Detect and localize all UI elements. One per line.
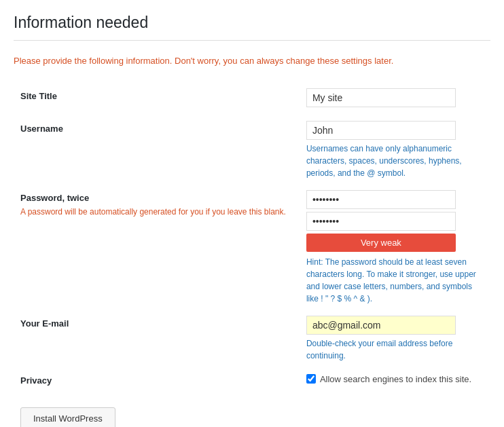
password-confirm-input[interactable]	[306, 212, 456, 231]
password-sub-label: A password will be automatically generat…	[20, 206, 286, 218]
email-label: Your E-mail	[14, 310, 293, 367]
intro-text: Please provide the following information…	[14, 54, 490, 68]
privacy-row: Privacy Allow search engines to index th…	[14, 367, 490, 391]
username-row: Username Usernames can have only alphanu…	[14, 115, 490, 185]
info-form: Site Title Username Usernames can have o…	[14, 83, 490, 391]
privacy-checkbox-label[interactable]: Allow search engines to index this site.	[306, 374, 484, 384]
username-input[interactable]	[306, 121, 456, 140]
password-hint: Hint: The password should be at least se…	[306, 256, 484, 305]
password-strength-indicator: Very weak	[306, 234, 456, 252]
privacy-checkbox-text: Allow search engines to index this site.	[320, 374, 471, 384]
privacy-label: Privacy	[14, 367, 293, 391]
site-title-row: Site Title	[14, 83, 490, 115]
email-row: Your E-mail Double-check your email addr…	[14, 310, 490, 367]
username-label: Username	[14, 115, 293, 185]
email-helper: Double-check your email address before c…	[306, 337, 484, 362]
site-title-label: Site Title	[14, 83, 293, 115]
email-input[interactable]	[306, 316, 456, 335]
username-helper: Usernames can have only alphanumeric cha…	[306, 143, 484, 179]
password-row: Password, twice A password will be autom…	[14, 185, 490, 310]
password-label: Password, twice	[20, 193, 89, 203]
title-divider	[14, 40, 490, 41]
site-title-input[interactable]	[306, 88, 456, 107]
install-wordpress-button[interactable]: Install WordPress	[20, 407, 115, 428]
privacy-checkbox[interactable]	[306, 374, 316, 384]
page-title: Information needed	[14, 14, 490, 32]
password-input[interactable]	[306, 190, 456, 209]
